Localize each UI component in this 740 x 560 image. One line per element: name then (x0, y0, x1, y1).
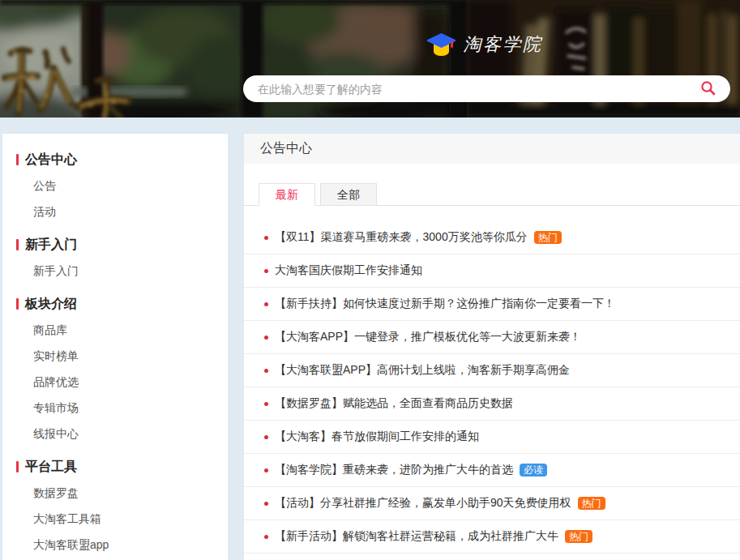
badge-orange: 热门 (534, 231, 562, 244)
sidebar-section: 平台工具数据罗盘大淘客工具箱大淘客联盟app (2, 454, 228, 558)
announcement-row[interactable]: 【新手活动】解锁淘客社群运营秘籍，成为社群推广大牛热门 (244, 520, 740, 554)
main-panel-titlebar: 公告中心 (244, 134, 740, 164)
sidebar-item[interactable]: 实时榜单 (2, 343, 228, 369)
bullet-dot (264, 502, 268, 506)
announcement-row[interactable]: 【活动】分享社群推广经验，赢发单小助手90天免费使用权热门 (244, 487, 740, 520)
sidebar-item[interactable]: 数据罗盘 (2, 480, 228, 506)
announcement-title: 【大淘客APP】一键登录，推广模板优化等一大波更新来袭！ (275, 330, 581, 344)
bullet-dot (264, 369, 268, 373)
sidebar-section-title[interactable]: 新手入门 (2, 232, 228, 258)
badge-orange: 热门 (565, 530, 592, 543)
sidebar-section-title-label: 板块介绍 (25, 297, 77, 310)
sidebar-item[interactable]: 品牌优选 (2, 369, 228, 395)
announcement-row[interactable]: 【大淘客APP】一键登录，推广模板优化等一大波更新来袭！ (244, 321, 740, 354)
sidebar-item[interactable]: 线报中心 (2, 421, 228, 447)
announcement-list: 【双11】渠道赛马重磅来袭，3000万奖池等你瓜分热门大淘客国庆假期工作安排通知… (244, 206, 740, 554)
announcement-title: 【活动】分享社群推广经验，赢发单小助手90天免费使用权 (275, 496, 571, 511)
announcement-title: 【新手活动】解锁淘客社群运营秘籍，成为社群推广大牛 (275, 529, 558, 544)
announcement-row[interactable]: 【数据罗盘】赋能选品，全面查看商品历史数据 (244, 387, 740, 421)
announcement-row[interactable]: 【淘客学院】重磅来袭，进阶为推广大牛的首选必读 (244, 454, 740, 487)
badge-blue: 必读 (520, 464, 547, 477)
search-button[interactable] (685, 75, 730, 102)
sidebar-item[interactable]: 活动 (2, 199, 228, 224)
announcement-row[interactable]: 【大淘客联盟APP】高佣计划上线啦，淘客新手期享高佣金 (244, 354, 740, 387)
page-body: 公告中心公告活动新手入门新手入门板块介绍商品库实时榜单品牌优选专辑市场线报中心平… (0, 118, 740, 560)
red-accent-bar (16, 298, 19, 310)
graduation-cap-icon (427, 33, 456, 57)
sidebar-item[interactable]: 大淘客联盟app (2, 532, 228, 558)
red-accent-bar (16, 154, 19, 165)
announcement-title: 大淘客国庆假期工作安排通知 (275, 263, 422, 278)
bullet-dot (264, 302, 268, 306)
announcement-title: 【新手扶持】如何快速度过新手期？这份推广指南你一定要看一下！ (275, 297, 615, 311)
announcement-row[interactable]: 【双11】渠道赛马重磅来袭，3000万奖池等你瓜分热门 (244, 221, 740, 254)
tab-active[interactable]: 最新 (259, 183, 315, 206)
sidebar-section: 公告中心公告活动 (2, 147, 228, 224)
bullet-dot (264, 402, 268, 406)
tabs-bar: 最新全部 (244, 183, 740, 206)
brand-title: 淘客学院 (464, 32, 543, 57)
announcement-row[interactable]: 大淘客国庆假期工作安排通知 (244, 254, 740, 288)
header-banner: 淘客学院 (0, 0, 740, 118)
announcement-row[interactable]: 【新手扶持】如何快速度过新手期？这份推广指南你一定要看一下！ (244, 288, 740, 321)
sidebar-item[interactable]: 新手入门 (2, 258, 228, 284)
sidebar-item[interactable]: 大淘客工具箱 (2, 506, 228, 532)
sidebar-section-title[interactable]: 公告中心 (2, 147, 228, 173)
bullet-dot (264, 236, 268, 240)
announcement-row[interactable]: 【大淘客】春节放假期间工作安排的通知 (244, 421, 740, 454)
sidebar-section: 板块介绍商品库实时榜单品牌优选专辑市场线报中心 (2, 291, 228, 447)
bullet-dot (264, 269, 268, 273)
announcement-title: 【大淘客联盟APP】高佣计划上线啦，淘客新手期享高佣金 (275, 363, 570, 378)
sidebar-section-title[interactable]: 板块介绍 (2, 291, 228, 317)
bullet-dot (264, 468, 268, 472)
announcement-title: 【大淘客】春节放假期间工作安排的通知 (275, 430, 479, 444)
sidebar: 公告中心公告活动新手入门新手入门板块介绍商品库实时榜单品牌优选专辑市场线报中心平… (2, 134, 228, 560)
sidebar-item[interactable]: 公告 (2, 173, 228, 199)
sidebar-section-title[interactable]: 平台工具 (2, 454, 228, 480)
sidebar-section: 新手入门新手入门 (2, 232, 228, 284)
bullet-dot (264, 336, 268, 340)
badge-orange: 热门 (578, 497, 605, 510)
red-accent-bar (16, 239, 19, 250)
sidebar-item[interactable]: 专辑市场 (2, 395, 228, 421)
sidebar-section-title-label: 公告中心 (25, 152, 77, 166)
sidebar-item[interactable]: 商品库 (2, 317, 228, 343)
brand-logo[interactable]: 淘客学院 (0, 32, 740, 57)
search-input[interactable] (243, 83, 685, 96)
main-panel: 公告中心 最新全部 【双11】渠道赛马重磅来袭，3000万奖池等你瓜分热门大淘客… (244, 134, 740, 560)
sidebar-section-title-label: 新手入门 (25, 237, 77, 251)
announcement-title: 【淘客学院】重磅来袭，进阶为推广大牛的首选 (275, 463, 513, 477)
sidebar-section-title-label: 平台工具 (25, 460, 77, 473)
announcement-title: 【数据罗盘】赋能选品，全面查看商品历史数据 (275, 396, 513, 411)
red-accent-bar (16, 461, 19, 472)
search-bar (243, 75, 730, 102)
tab-inactive[interactable]: 全部 (320, 183, 377, 206)
bullet-dot (264, 535, 268, 539)
announcement-title: 【双11】渠道赛马重磅来袭，3000万奖池等你瓜分 (275, 230, 528, 245)
bullet-dot (264, 435, 268, 439)
page-title: 公告中心 (260, 140, 312, 157)
search-icon (700, 80, 716, 96)
